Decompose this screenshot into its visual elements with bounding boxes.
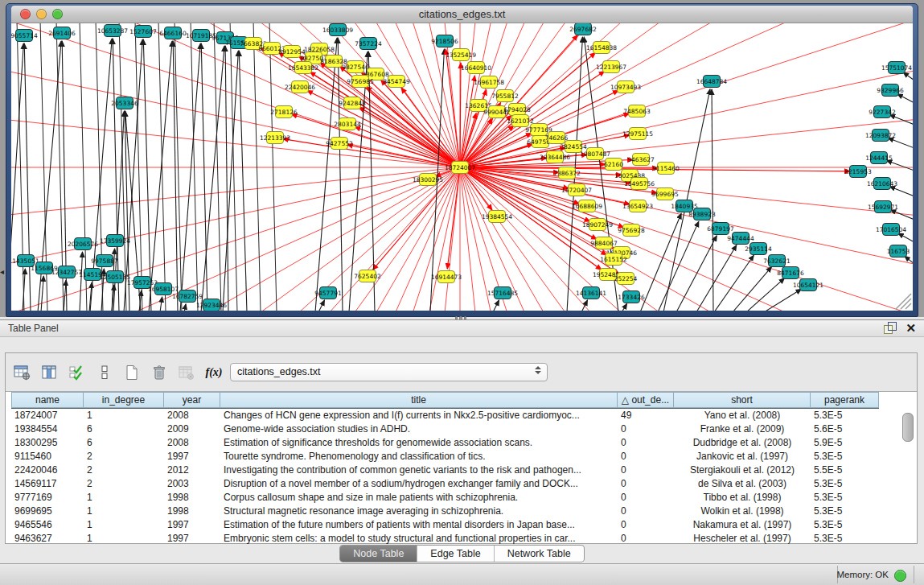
graph-node[interactable]: 7386372 [553, 167, 581, 179]
graph-node[interactable]: 2935114 [745, 243, 772, 255]
tab-node-table[interactable]: Node Table [340, 546, 417, 562]
window-resize-grip[interactable] [896, 294, 911, 309]
table-row[interactable]: 1456911722003Disruption of a novel membe… [11, 477, 879, 491]
column-header-in-degree[interactable]: in_degree [84, 392, 164, 408]
graph-node[interactable]: 746266 [545, 132, 569, 144]
graph-node[interactable]: 15716485 [487, 287, 518, 299]
table-row[interactable]: 969969511998Structural magnetic resonanc… [11, 505, 879, 518]
graph-node[interactable]: 20206576 [68, 238, 98, 250]
graph-node[interactable]: 7632621 [763, 255, 791, 267]
tab-edge-table[interactable]: Edge Table [417, 546, 493, 562]
graph-node[interactable]: 9218506 [431, 35, 458, 47]
graph-node[interactable]: 16543382 [288, 62, 318, 74]
graph-node[interactable]: 12923446 [196, 299, 227, 311]
graph-node[interactable]: 252254 [614, 273, 638, 285]
graph-node[interactable]: 16782759 [172, 290, 203, 303]
scrollbar-thumb[interactable] [902, 413, 914, 442]
graph-node[interactable]: 7955812 [491, 90, 519, 102]
graph-node[interactable]: 8938923 [688, 208, 716, 220]
graph-node[interactable]: 16640910 [461, 62, 491, 74]
table-scrollbar[interactable] [902, 413, 912, 542]
graph-node[interactable]: 18300295 [413, 174, 443, 186]
graph-node[interactable]: 2803144 [334, 118, 361, 130]
graph-node[interactable]: 12342757 [51, 266, 82, 278]
graph-node[interactable]: 1244415 [865, 152, 893, 164]
graph-node[interactable]: 9427552 [326, 138, 353, 150]
graph-node[interactable]: 9055714 [11, 30, 38, 42]
delete-table-icon[interactable] [149, 362, 170, 383]
graph-node[interactable]: 9463627 [627, 154, 655, 166]
graph-node[interactable]: 1621072 [507, 115, 534, 127]
graph-node[interactable]: 9756928 [618, 225, 645, 237]
table-settings-icon[interactable] [12, 362, 33, 383]
graph-node[interactable]: 15751074 [881, 62, 912, 74]
graph-node[interactable]: 62160 [604, 159, 623, 171]
graph-node[interactable]: 9699695 [651, 188, 679, 200]
graph-node[interactable]: 8454749 [383, 76, 410, 88]
graph-node[interactable]: 20364486 [540, 151, 570, 163]
column-header-year[interactable]: year [164, 392, 220, 408]
graph-node[interactable]: 17016504 [876, 224, 906, 236]
table-row[interactable]: 2242004622012Investigating the contribut… [11, 463, 879, 477]
graph-node[interactable]: 10807487 [580, 148, 610, 160]
graph-node[interactable]: 16033809 [322, 24, 353, 36]
graph-node[interactable]: 16961758 [474, 76, 504, 89]
graph-node[interactable]: 2718126 [270, 106, 298, 118]
graph-node[interactable]: 116753 [887, 245, 910, 257]
graph-node[interactable]: 6466160 [159, 27, 187, 39]
graph-node[interactable]: 7485063 [623, 105, 651, 117]
column-header-pagerank[interactable]: pagerank [811, 392, 879, 408]
graph-node[interactable]: 9474444 [727, 233, 754, 245]
graph-node[interactable]: 1733426 [618, 291, 645, 303]
column-header-out-de-[interactable]: △ out_de... [618, 392, 674, 408]
table-row[interactable]: 946554611997Estimation of the future num… [11, 518, 879, 532]
graph-node[interactable]: 9115460 [652, 163, 680, 175]
select-columns-icon[interactable] [67, 362, 88, 383]
table-row[interactable]: 1830029562008Estimation of significance … [11, 436, 879, 450]
table-row[interactable]: 1872400712008Changes of HCN gene express… [11, 409, 879, 422]
graph-node[interactable]: 17359924 [100, 235, 130, 247]
new-table-icon[interactable] [121, 362, 142, 383]
graph-node[interactable]: 16720407 [561, 184, 592, 196]
close-panel-icon[interactable]: ✕ [906, 322, 916, 334]
graph-node[interactable]: 10973493 [610, 81, 641, 93]
table-row[interactable]: 977716911998Corpus callosum shape and si… [11, 491, 879, 505]
table-row[interactable]: 946362711997Embryonic stem cells: a mode… [11, 532, 879, 546]
graph-node[interactable]: 1527607 [129, 26, 157, 38]
graph-node[interactable]: 13654923 [622, 200, 653, 212]
graph-node[interactable]: 9242848 [339, 97, 366, 109]
graph-node[interactable]: 8471676 [777, 267, 804, 279]
graph-node[interactable]: 1615152 [600, 253, 627, 266]
tab-network-table[interactable]: Network Table [494, 546, 584, 562]
graph-node[interactable]: 16154838 [586, 42, 617, 54]
graph-node[interactable]: 9457791 [314, 287, 342, 299]
float-window-icon[interactable] [884, 322, 896, 334]
graph-node[interactable]: 10654121 [793, 279, 823, 291]
graph-node[interactable]: 8215953 [844, 166, 872, 178]
delete-table-disabled-icon[interactable] [176, 362, 197, 383]
table-row[interactable]: 911546021997Tourette syndrome. Phenomeno… [11, 450, 879, 463]
function-builder-icon[interactable]: f(x) [203, 362, 224, 383]
network-canvas[interactable]: 9055714269140610653287152760764661601071… [11, 23, 913, 311]
graph-node[interactable]: 14136141 [576, 287, 606, 299]
graph-node[interactable]: 2691406 [48, 27, 76, 39]
graph-node[interactable]: 12213967 [596, 61, 626, 73]
table-column-icon[interactable] [39, 362, 60, 383]
graph-node[interactable]: 12975115 [622, 128, 653, 140]
graph-node[interactable]: 2053346 [111, 97, 138, 109]
graph-node[interactable]: 9329966 [877, 84, 904, 97]
network-window-titlebar[interactable]: citations_edges.txt [11, 6, 913, 23]
graph-node[interactable]: 10653287 [97, 25, 128, 37]
column-header-name[interactable]: name [11, 392, 84, 408]
table-select-dropdown[interactable]: citations_edges.txt [230, 363, 548, 381]
table-row[interactable]: 1938455462009Genome-wide association stu… [11, 422, 879, 436]
row-height-icon[interactable] [94, 362, 115, 383]
column-header-title[interactable]: title [220, 392, 618, 408]
collapse-panel-arrow-icon[interactable]: ◂ [0, 268, 4, 276]
graph-node[interactable]: 2697682 [569, 23, 597, 35]
column-header-short[interactable]: short [674, 392, 811, 408]
graph-node[interactable]: 7357224 [355, 38, 382, 50]
graph-node[interactable]: 12213393 [260, 132, 290, 144]
graph-node[interactable]: 16648784 [696, 76, 727, 88]
graph-node[interactable]: 6879197 [707, 223, 734, 235]
